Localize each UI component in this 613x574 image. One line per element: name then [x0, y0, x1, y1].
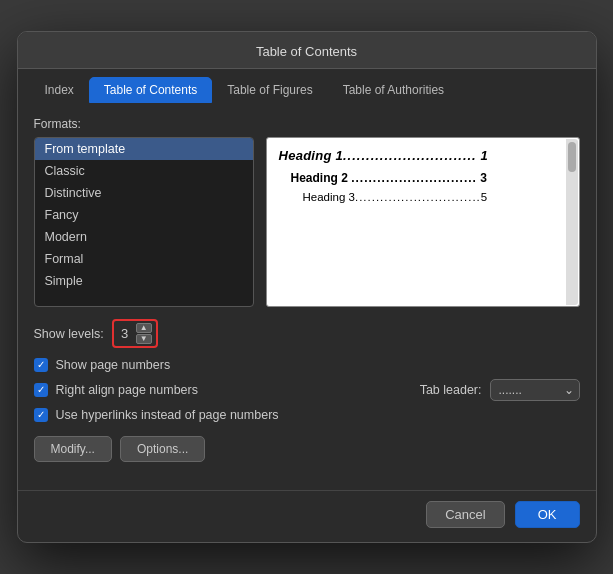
- main-row: From template Classic Distinctive Fancy …: [34, 137, 580, 307]
- preview-heading2: Heading 2 ............................. …: [279, 171, 567, 185]
- use-hyperlinks-checkbox[interactable]: ✓: [34, 408, 48, 422]
- tab-toc[interactable]: Table of Contents: [89, 77, 212, 103]
- tab-leader-label: Tab leader:: [420, 383, 482, 397]
- show-levels-label: Show levels:: [34, 327, 104, 341]
- dialog-title: Table of Contents: [256, 44, 357, 59]
- modify-button[interactable]: Modify...: [34, 436, 112, 462]
- options-button[interactable]: Options...: [120, 436, 205, 462]
- use-hyperlinks-row: ✓ Use hyperlinks instead of page numbers: [34, 408, 580, 422]
- right-align-label: Right align page numbers: [56, 383, 198, 397]
- levels-stepper: ▲ ▼: [136, 323, 152, 344]
- use-hyperlinks-label: Use hyperlinks instead of page numbers: [56, 408, 279, 422]
- show-page-numbers-checkbox[interactable]: ✓: [34, 358, 48, 372]
- show-levels-control: 3 ▲ ▼: [112, 319, 158, 348]
- dialog-title-bar: Table of Contents: [18, 32, 596, 69]
- tab-leader-wrapper: ....... ------- _______ none: [490, 379, 580, 401]
- levels-decrement-button[interactable]: ▼: [136, 334, 152, 344]
- format-item-distinctive[interactable]: Distinctive: [35, 182, 253, 204]
- format-item-simple[interactable]: Simple: [35, 270, 253, 292]
- format-item-fancy[interactable]: Fancy: [35, 204, 253, 226]
- checkmark-icon: ✓: [37, 360, 45, 370]
- show-levels-row: Show levels: 3 ▲ ▼: [34, 319, 580, 348]
- tab-leader-group: Tab leader: ....... ------- _______ none: [420, 379, 580, 401]
- right-align-row: ✓ Right align page numbers Tab leader: .…: [34, 379, 580, 401]
- format-item-from-template[interactable]: From template: [35, 138, 253, 160]
- tab-tof[interactable]: Table of Figures: [212, 77, 327, 103]
- tabs-row: Index Table of Contents Table of Figures…: [18, 69, 596, 103]
- format-item-classic[interactable]: Classic: [35, 160, 253, 182]
- use-hyperlinks-group: ✓ Use hyperlinks instead of page numbers: [34, 408, 580, 422]
- checkmark-icon: ✓: [37, 410, 45, 420]
- levels-increment-button[interactable]: ▲: [136, 323, 152, 333]
- bottom-buttons-row: Modify... Options...: [34, 436, 580, 462]
- formats-list: From template Classic Distinctive Fancy …: [34, 137, 254, 307]
- tab-toa[interactable]: Table of Authorities: [328, 77, 459, 103]
- show-page-numbers-row: ✓ Show page numbers: [34, 358, 580, 372]
- preview-scroll-thumb[interactable]: [568, 142, 576, 172]
- cancel-button[interactable]: Cancel: [426, 501, 504, 528]
- format-item-modern[interactable]: Modern: [35, 226, 253, 248]
- dialog: Table of Contents Index Table of Content…: [17, 31, 597, 543]
- preview-heading1: Heading 1............................. 1: [279, 148, 567, 163]
- preview-scrollbar[interactable]: [566, 139, 578, 305]
- preview-heading3: Heading 3..............................5: [279, 191, 567, 203]
- tab-index[interactable]: Index: [30, 77, 89, 103]
- dialog-footer: Cancel OK: [18, 490, 596, 542]
- dialog-body: Formats: From template Classic Distincti…: [18, 103, 596, 490]
- ok-button[interactable]: OK: [515, 501, 580, 528]
- right-align-group: ✓ Right align page numbers: [34, 383, 412, 397]
- preview-area: Heading 1............................. 1…: [266, 137, 580, 307]
- show-levels-value: 3: [118, 326, 132, 341]
- tab-leader-select[interactable]: ....... ------- _______ none: [490, 379, 580, 401]
- checkmark-icon: ✓: [37, 385, 45, 395]
- show-page-numbers-label: Show page numbers: [56, 358, 171, 372]
- format-item-formal[interactable]: Formal: [35, 248, 253, 270]
- right-align-checkbox[interactable]: ✓: [34, 383, 48, 397]
- checkboxes-section: ✓ Show page numbers ✓ Right align page n…: [34, 358, 580, 422]
- formats-label: Formats:: [34, 117, 580, 131]
- show-page-numbers-group: ✓ Show page numbers: [34, 358, 580, 372]
